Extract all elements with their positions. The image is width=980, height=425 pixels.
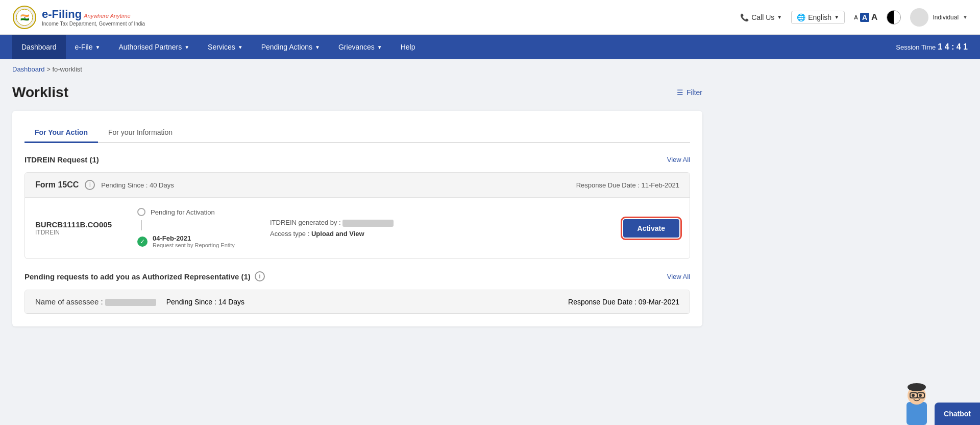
itdrein-generated-label: ITDREIN generated by :	[270, 219, 341, 226]
tabs: For Your Action For your Information	[24, 123, 690, 143]
access-type-value: Upload and View	[311, 230, 364, 238]
nav-services-chevron-icon: ▼	[238, 44, 243, 50]
call-us-label: Call Us	[751, 13, 774, 21]
tab-for-your-action-label: For Your Action	[35, 128, 88, 136]
filter-button[interactable]: ☰ Filter	[677, 88, 702, 97]
request-type: ITDREIN	[35, 229, 117, 236]
page-header: Worklist ☰ Filter	[12, 84, 702, 101]
user-info: Individual	[933, 14, 959, 21]
logo-text: e-Filing Anywhere Anytime Income Tax Dep…	[42, 8, 145, 27]
nav-authorised-partners[interactable]: Authorised Partners ▼	[109, 35, 199, 59]
pending-rep-section: Pending requests to add you as Authorize…	[24, 271, 690, 314]
pending-rep-section-header: Pending requests to add you as Authorize…	[24, 271, 690, 281]
form-info-icon[interactable]: i	[85, 180, 95, 190]
itdrein-section-header: ITDREIN Request (1) View All	[24, 155, 690, 164]
assessee-card: Name of assessee : Pending Since : 14 Da…	[24, 290, 690, 314]
pending-rep-view-all-link[interactable]: View All	[667, 273, 690, 280]
nav-partners-chevron-icon: ▼	[184, 44, 189, 50]
status-completed: ✓ 04-Feb-2021 Request sent by Reporting …	[137, 234, 250, 248]
assessee-pending-since: Pending Since : 14 Days	[166, 298, 244, 306]
avatar	[910, 8, 928, 27]
status-date: 04-Feb-2021	[153, 234, 235, 242]
breadcrumb: Dashboard > fo-worklist	[0, 59, 980, 79]
activate-button[interactable]: Activate	[623, 219, 679, 238]
nav-authorised-partners-label: Authorised Partners	[118, 43, 182, 51]
filter-label: Filter	[687, 88, 702, 97]
user-dropdown-chevron-icon[interactable]: ▼	[963, 14, 968, 20]
lang-chevron-icon: ▼	[834, 14, 839, 20]
nav-help[interactable]: Help	[391, 35, 425, 59]
session-time-label: Session Time	[896, 43, 936, 51]
itdrein-section-title: ITDREIN Request (1)	[24, 155, 99, 164]
timeline-line	[141, 220, 142, 230]
user-area: Individual ▼	[910, 8, 968, 27]
radio-circle-icon	[137, 208, 145, 216]
nav-dashboard[interactable]: Dashboard	[12, 35, 66, 59]
font-small-button[interactable]: A	[854, 14, 858, 20]
logo-area: 🇮🇳 e-Filing Anywhere Anytime Income Tax …	[12, 5, 145, 30]
session-time-value: 1 4 : 4 1	[938, 42, 968, 52]
svg-text:🇮🇳: 🇮🇳	[20, 13, 30, 22]
tab-for-your-action[interactable]: For Your Action	[24, 123, 98, 143]
logo-anywhere-text: Anywhere Anytime	[84, 13, 130, 19]
assessee-name-redacted	[105, 299, 156, 306]
session-time: Session Time 1 4 : 4 1	[896, 42, 968, 52]
pending-rep-info-icon[interactable]: i	[255, 271, 265, 281]
nav-help-label: Help	[401, 43, 415, 51]
call-us-button[interactable]: 📞 Call Us ▼	[740, 13, 782, 21]
nav-dashboard-label: Dashboard	[21, 43, 57, 51]
nav-services[interactable]: Services ▼	[199, 35, 252, 59]
status-pending-label: Pending for Activation	[151, 208, 215, 216]
font-large-button[interactable]: A	[871, 12, 877, 22]
form-name: Form 15CC	[35, 180, 79, 190]
itdrein-generated-by: ITDREIN generated by :	[270, 219, 603, 227]
nav-pending-actions[interactable]: Pending Actions ▼	[252, 35, 329, 59]
nav-services-label: Services	[208, 43, 235, 51]
nav-efile-chevron-icon: ▼	[95, 44, 101, 50]
itdrein-generated-value-redacted	[342, 220, 394, 227]
logo-dept-text: Income Tax Department, Government of Ind…	[42, 21, 145, 27]
assessee-card-header: Name of assessee : Pending Since : 14 Da…	[25, 290, 690, 314]
emblem-icon: 🇮🇳	[12, 5, 37, 30]
form-pending-since: Pending Since : 40 Days	[101, 181, 174, 189]
breadcrumb-separator: >	[46, 65, 52, 73]
language-selector[interactable]: 🌐 English ▼	[791, 11, 845, 24]
nav-grievances-chevron-icon: ▼	[377, 44, 382, 50]
font-medium-button[interactable]: A	[860, 13, 869, 22]
itdrein-form-card: Form 15CC i Pending Since : 40 Days Resp…	[24, 172, 690, 259]
access-type: Access type : Upload and View	[270, 230, 603, 238]
assessee-response-due: Response Due Date : 09-Mar-2021	[568, 298, 679, 306]
font-controls: A A A	[854, 12, 877, 22]
check-circle-icon: ✓	[137, 237, 148, 247]
status-desc: Request sent by Reporting Entity	[153, 242, 235, 248]
user-role: Individual	[933, 14, 959, 21]
tab-for-your-information[interactable]: For your Information	[98, 123, 183, 143]
nav-efile-label: e-File	[75, 43, 93, 51]
nav-grievances[interactable]: Grievances ▼	[329, 35, 391, 59]
breadcrumb-home-link[interactable]: Dashboard	[12, 65, 45, 73]
form-response-due: Response Due Date : 11-Feb-2021	[576, 181, 679, 189]
pending-rep-title: Pending requests to add you as Authorize…	[24, 271, 265, 281]
status-timeline: Pending for Activation ✓ 04-Feb-2021 Req…	[137, 208, 250, 248]
itdrein-info: ITDREIN generated by : Access type : Upl…	[270, 219, 603, 238]
nav-pending-actions-label: Pending Actions	[261, 43, 312, 51]
breadcrumb-current: fo-worklist	[52, 65, 82, 73]
nav-efile[interactable]: e-File ▼	[66, 35, 110, 59]
nav-pending-chevron-icon: ▼	[315, 44, 320, 50]
contrast-toggle-button[interactable]	[887, 10, 901, 25]
tab-for-your-information-label: For your Information	[108, 128, 173, 136]
assessee-name-label: Name of assessee :	[35, 297, 156, 306]
itdrein-view-all-link[interactable]: View All	[667, 156, 690, 163]
nav-grievances-label: Grievances	[338, 43, 375, 51]
filter-icon: ☰	[677, 88, 683, 97]
page-title: Worklist	[12, 84, 68, 101]
logo-efiling-text: e-Filing	[42, 8, 82, 21]
assessee-label-text: Name of assessee :	[35, 297, 103, 306]
navbar: Dashboard e-File ▼ Authorised Partners ▼…	[0, 35, 980, 59]
request-id-block: BURCB1111B.CO005 ITDREIN	[35, 220, 117, 236]
globe-icon: 🌐	[797, 13, 805, 21]
header-controls: 📞 Call Us ▼ 🌐 English ▼ A A A Individual…	[740, 8, 968, 27]
phone-icon: 📞	[740, 13, 749, 21]
request-row: BURCB1111B.CO005 ITDREIN Pending for Act…	[25, 198, 690, 258]
form-card-header: Form 15CC i Pending Since : 40 Days Resp…	[25, 173, 690, 198]
